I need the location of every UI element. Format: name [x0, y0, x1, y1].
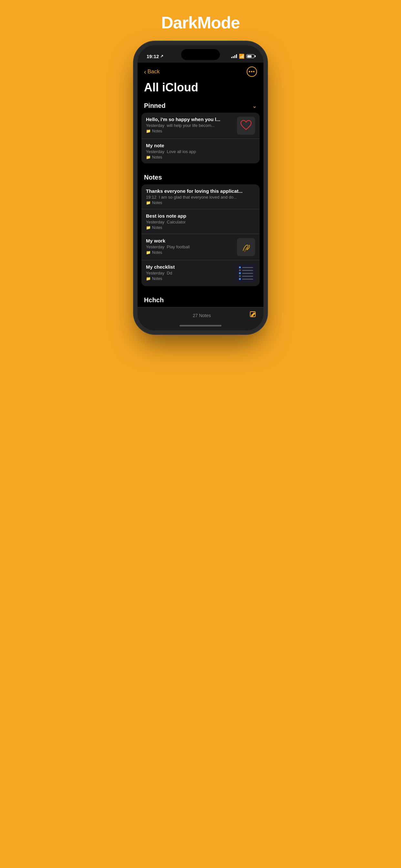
- pinned-note-1-info: Hello, i'm so happy when you l... Yester…: [146, 117, 234, 133]
- pinned-note-2-info: My note Yesterday Love all ios app 📁 Not…: [146, 143, 255, 159]
- pinned-note-1-thumbnail: [237, 117, 255, 135]
- folder-icon: 📁: [146, 155, 151, 159]
- pinned-note-2-title: My note: [146, 143, 255, 148]
- status-icons: 📶: [231, 54, 254, 59]
- status-time: 19:12 ↗: [147, 54, 163, 59]
- note-3-meta: Yesterday Play football: [146, 244, 234, 249]
- note-4-thumbnail: [237, 264, 255, 282]
- battery-icon: [246, 54, 254, 58]
- pinned-note-1-title: Hello, i'm so happy when you l...: [146, 117, 234, 122]
- pinned-note-2[interactable]: My note Yesterday Love all ios app 📁 Not…: [142, 139, 259, 163]
- folder-icon: 📁: [146, 200, 151, 205]
- pinned-note-2-meta: Yesterday Love all ios app: [146, 149, 255, 154]
- bottom-bar: 27 Notes: [137, 307, 264, 322]
- pinned-title: Pinned: [144, 102, 166, 110]
- pinned-note-1-folder: 📁 Notes: [146, 129, 234, 133]
- compose-button[interactable]: [249, 311, 257, 320]
- back-label: Back: [148, 68, 160, 75]
- phone-content: ‹ Back ••• All iCloud Pinned ⌄ Hello, i'…: [137, 63, 264, 330]
- note-4-folder: 📁 Notes: [146, 276, 234, 281]
- note-3-info: My work Yesterday Play football 📁 Notes: [146, 238, 234, 255]
- note-2[interactable]: Best ios note app Yesterday Calculator 📁…: [142, 209, 259, 234]
- more-button[interactable]: •••: [247, 66, 257, 77]
- location-icon: ↗: [160, 54, 163, 58]
- note-2-title: Best ios note app: [146, 213, 255, 219]
- pinned-notes-card: Hello, i'm so happy when you l... Yester…: [142, 113, 259, 163]
- hchch-section-header: Hchch: [137, 294, 264, 307]
- note-3-title: My work: [146, 238, 234, 244]
- pinned-note-1-meta: Yesterday will help your life becom...: [146, 123, 234, 128]
- page-title: DarkMode: [161, 13, 240, 32]
- note-1-meta: 19:12 I am so glad that everyone loved a…: [146, 195, 255, 199]
- more-icon: •••: [249, 69, 255, 74]
- pinned-chevron-icon[interactable]: ⌄: [252, 102, 257, 110]
- note-2-meta: Yesterday Calculator: [146, 220, 255, 224]
- note-1-info: Thanks everyone for loving this applicat…: [146, 188, 255, 205]
- note-4-meta: Yesterday Dd: [146, 271, 234, 275]
- hchch-title: Hchch: [144, 297, 164, 304]
- folder-icon: 📁: [146, 129, 151, 133]
- note-3[interactable]: My work Yesterday Play football 📁 Notes: [142, 234, 259, 260]
- note-1[interactable]: Thanks everyone for loving this applicat…: [142, 184, 259, 209]
- note-2-folder: 📁 Notes: [146, 225, 255, 230]
- note-3-thumbnail: [237, 238, 255, 256]
- note-1-folder: 📁 Notes: [146, 200, 255, 205]
- home-bar: [180, 325, 221, 327]
- note-4-info: My checklist Yesterday Dd 📁 Notes: [146, 264, 234, 281]
- signal-icon: [231, 54, 237, 58]
- notes-section-title: Notes: [144, 174, 162, 181]
- notes-count: 27 Notes: [154, 313, 249, 318]
- notes-section-header: Notes: [137, 171, 264, 184]
- folder-icon: 📁: [146, 276, 151, 281]
- note-4[interactable]: My checklist Yesterday Dd 📁 Notes: [142, 260, 259, 286]
- phone-frame: 19:12 ↗ 📶 ‹ Back ••• All: [137, 45, 264, 330]
- folder-icon: 📁: [146, 250, 151, 255]
- note-1-title: Thanks everyone for loving this applicat…: [146, 188, 255, 194]
- home-indicator: [137, 322, 264, 330]
- back-chevron-icon: ‹: [144, 68, 146, 75]
- wifi-icon: 📶: [239, 54, 244, 59]
- dynamic-island: [181, 49, 220, 60]
- note-4-title: My checklist: [146, 264, 234, 270]
- folder-icon: 📁: [146, 225, 151, 230]
- note-3-folder: 📁 Notes: [146, 250, 234, 255]
- notes-card: Thanks everyone for loving this applicat…: [142, 184, 259, 286]
- page-heading: All iCloud: [137, 80, 264, 99]
- nav-bar: ‹ Back •••: [137, 63, 264, 80]
- pinned-section-header: Pinned ⌄: [137, 99, 264, 113]
- pinned-note-1[interactable]: Hello, i'm so happy when you l... Yester…: [142, 113, 259, 139]
- note-2-info: Best ios note app Yesterday Calculator 📁…: [146, 213, 255, 230]
- back-button[interactable]: ‹ Back: [144, 68, 159, 75]
- pinned-note-2-folder: 📁 Notes: [146, 155, 255, 159]
